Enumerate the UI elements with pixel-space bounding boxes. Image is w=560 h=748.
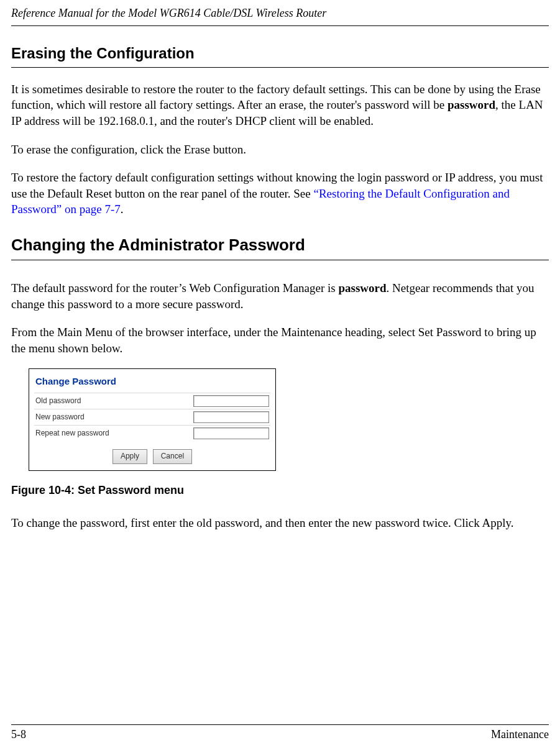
form-row-repeat-password: Repeat new password [34,425,270,441]
body-paragraph: To change the password, first enter the … [11,515,549,531]
body-paragraph: To restore the factory default configura… [11,170,549,217]
section-rule [11,260,549,260]
text: The default password for the router’s We… [11,281,338,294]
input-old-password[interactable] [193,395,269,407]
body-paragraph: From the Main Menu of the browser interf… [11,324,549,356]
cancel-button[interactable]: Cancel [153,449,192,464]
body-paragraph: The default password for the router’s We… [11,280,549,312]
body-paragraph: It is sometimes desirable to restore the… [11,81,549,129]
text: . [121,203,124,216]
section-heading-erasing: Erasing the Configuration [11,43,549,63]
apply-button[interactable]: Apply [112,449,147,464]
label-repeat-password: Repeat new password [35,429,193,439]
figure-container: Change Password Old password New passwor… [29,368,549,470]
input-new-password[interactable] [193,411,269,423]
bold-term-password: password [448,98,495,111]
footer-page-number: 5-8 [11,727,26,742]
form-row-old-password: Old password [34,393,270,409]
header-rule [11,25,549,26]
form-row-new-password: New password [34,409,270,425]
footer-section-name: Maintenance [491,727,549,742]
input-repeat-password[interactable] [193,427,269,439]
bold-term-password: password [338,281,386,294]
panel-title: Change Password [34,373,270,393]
label-old-password: Old password [35,396,193,406]
label-new-password: New password [35,413,193,422]
button-row: Apply Cancel [34,441,270,464]
body-paragraph: To erase the configuration, click the Er… [11,142,549,158]
change-password-panel: Change Password Old password New passwor… [29,368,276,470]
page-footer: 5-8 Maintenance [11,724,549,742]
footer-rule [11,724,549,725]
section-rule [11,67,549,68]
page-header: Reference Manual for the Model WGR614 Ca… [11,0,549,25]
figure-caption: Figure 10-4: Set Password menu [11,483,549,498]
section-heading-changing-password: Changing the Administrator Password [11,235,549,256]
